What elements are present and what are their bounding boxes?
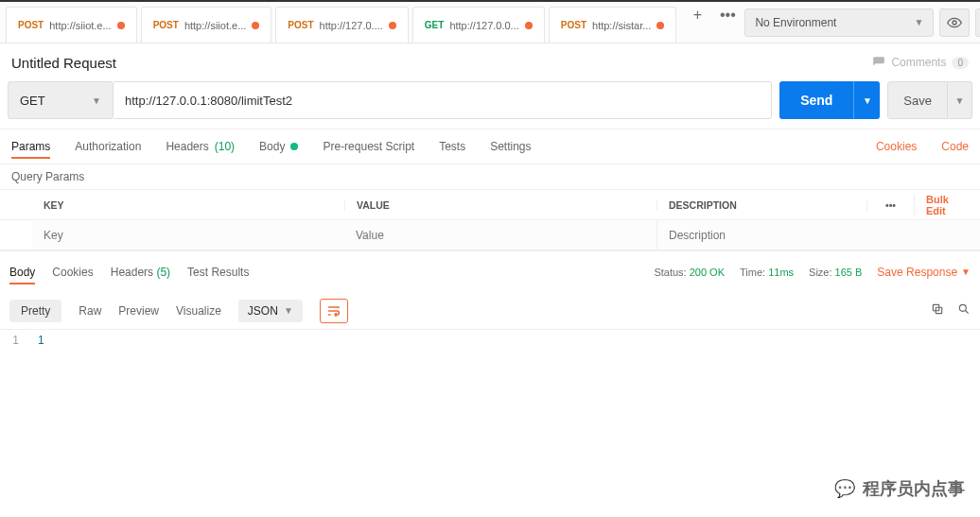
- param-row-empty: [0, 220, 980, 250]
- wrap-icon: [326, 305, 341, 317]
- new-tab-button[interactable]: +: [684, 2, 710, 28]
- method-label: POST: [153, 20, 179, 30]
- status-label: Status:: [654, 267, 686, 278]
- svg-point-3: [959, 304, 966, 311]
- copy-response-button[interactable]: [931, 302, 944, 319]
- tab-body[interactable]: Body: [259, 136, 298, 157]
- environment-dropdown[interactable]: No Environment ▼: [744, 9, 934, 37]
- time-value: 11ms: [768, 267, 794, 278]
- param-key-input[interactable]: [32, 220, 344, 250]
- environment-controls: No Environment ▼: [741, 9, 980, 37]
- resp-headers-count: (5): [156, 266, 170, 279]
- view-preview[interactable]: Preview: [118, 304, 159, 318]
- request-section-tabs: Params Authorization Headers (10) Body P…: [0, 129, 980, 164]
- tab-3-active[interactable]: GET http://127.0.0...: [412, 7, 545, 43]
- status-value: 200 OK: [690, 267, 725, 278]
- size-label: Size:: [809, 267, 831, 278]
- time-label: Time:: [740, 267, 765, 278]
- tab-headers[interactable]: Headers (10): [166, 136, 235, 157]
- wrap-lines-button[interactable]: [320, 299, 348, 323]
- save-dropdown[interactable]: ▼: [948, 81, 972, 119]
- headers-count: (10): [215, 140, 235, 153]
- tab-authorization[interactable]: Authorization: [75, 136, 141, 157]
- response-meta: Status: 200 OK Time: 11ms Size: 165 B Sa…: [654, 266, 971, 279]
- resp-tab-cookies[interactable]: Cookies: [52, 262, 93, 283]
- tab-url: http://127.0....: [320, 20, 383, 31]
- send-dropdown[interactable]: ▼: [853, 81, 880, 119]
- query-params-title: Query Params: [0, 164, 980, 190]
- line-number: 1: [0, 334, 38, 347]
- param-value-input[interactable]: [344, 220, 656, 250]
- send-button[interactable]: Send: [779, 81, 853, 119]
- eye-icon: [947, 15, 962, 30]
- comments-label: Comments: [891, 56, 946, 69]
- col-desc: DESCRIPTION: [656, 199, 866, 211]
- save-response-label: Save Response: [877, 266, 957, 279]
- tab-0[interactable]: POST http://siiot.e...: [6, 7, 137, 43]
- dirty-dot-icon: [656, 22, 664, 29]
- method-label: POST: [561, 20, 586, 30]
- request-title-row: Untitled Request Comments 0: [0, 43, 980, 81]
- params-header-row: KEY VALUE DESCRIPTION ••• Bulk Edit: [0, 190, 980, 220]
- search-icon: [957, 302, 971, 316]
- chevron-down-icon: ▼: [961, 267, 971, 277]
- tab-url: http://sistar...: [592, 20, 651, 31]
- comment-icon: [872, 56, 885, 69]
- response-content: 1: [38, 334, 44, 347]
- resp-tab-body[interactable]: Body: [9, 262, 35, 283]
- dirty-dot-icon: [252, 22, 259, 29]
- method-dropdown[interactable]: GET ▼: [8, 81, 114, 119]
- tab-url: http://127.0.0...: [449, 20, 518, 31]
- tab-url: http://siiot.e...: [49, 20, 111, 31]
- comments-button[interactable]: Comments 0: [872, 56, 969, 69]
- view-raw[interactable]: Raw: [79, 304, 101, 318]
- chevron-down-icon: ▼: [955, 95, 965, 106]
- tab-1[interactable]: POST http://siiot.e...: [141, 7, 272, 43]
- request-name[interactable]: Untitled Request: [11, 55, 116, 71]
- tab-4[interactable]: POST http://sistar...: [549, 7, 677, 43]
- search-response-button[interactable]: [957, 302, 971, 319]
- body-indicator-icon: [290, 143, 298, 150]
- method-label: POST: [18, 20, 44, 30]
- view-visualize[interactable]: Visualize: [176, 304, 221, 318]
- request-tabs: POST http://siiot.e... POST http://siiot…: [6, 2, 741, 43]
- tab-overflow-button[interactable]: •••: [714, 2, 741, 28]
- url-input[interactable]: [114, 81, 772, 119]
- col-value: VALUE: [344, 199, 656, 211]
- params-more-button[interactable]: •••: [866, 199, 914, 211]
- environment-preview-button[interactable]: [939, 9, 970, 37]
- tab-params[interactable]: Params: [11, 136, 50, 157]
- method-selected: GET: [20, 94, 45, 108]
- dirty-dot-icon: [389, 22, 396, 29]
- chevron-down-icon: ▼: [863, 95, 872, 106]
- tab-tests[interactable]: Tests: [439, 136, 465, 157]
- tab-prerequest[interactable]: Pre-request Script: [323, 136, 414, 157]
- code-link[interactable]: Code: [941, 140, 969, 153]
- save-button[interactable]: Save: [887, 81, 948, 119]
- tab-2[interactable]: POST http://127.0....: [275, 7, 409, 43]
- response-body[interactable]: 11: [0, 330, 980, 351]
- bulk-edit-link[interactable]: Bulk Edit: [914, 194, 980, 216]
- dirty-dot-icon: [117, 22, 125, 29]
- settings-button[interactable]: [975, 9, 980, 37]
- chevron-down-icon: ▼: [284, 305, 293, 316]
- tab-settings[interactable]: Settings: [490, 136, 531, 157]
- chevron-down-icon: ▼: [914, 17, 923, 27]
- param-desc-input[interactable]: [656, 220, 980, 250]
- resp-tab-testresults[interactable]: Test Results: [187, 262, 249, 283]
- format-label: JSON: [248, 304, 278, 318]
- save-response-dropdown[interactable]: Save Response ▼: [877, 266, 971, 279]
- chevron-down-icon: ▼: [92, 95, 101, 106]
- watermark: 💬 程序员内点事: [834, 477, 965, 500]
- format-dropdown[interactable]: JSON ▼: [238, 300, 303, 322]
- copy-icon: [931, 302, 944, 316]
- size-value: 165 B: [835, 267, 863, 278]
- method-label: POST: [288, 20, 313, 30]
- comments-count: 0: [952, 57, 969, 69]
- view-pretty[interactable]: Pretty: [9, 300, 61, 322]
- environment-label: No Environment: [755, 16, 836, 29]
- response-view-row: Pretty Raw Preview Visualize JSON ▼: [0, 292, 980, 330]
- resp-tab-headers[interactable]: Headers (5): [111, 262, 170, 283]
- dirty-dot-icon: [525, 22, 533, 29]
- cookies-link[interactable]: Cookies: [876, 140, 917, 153]
